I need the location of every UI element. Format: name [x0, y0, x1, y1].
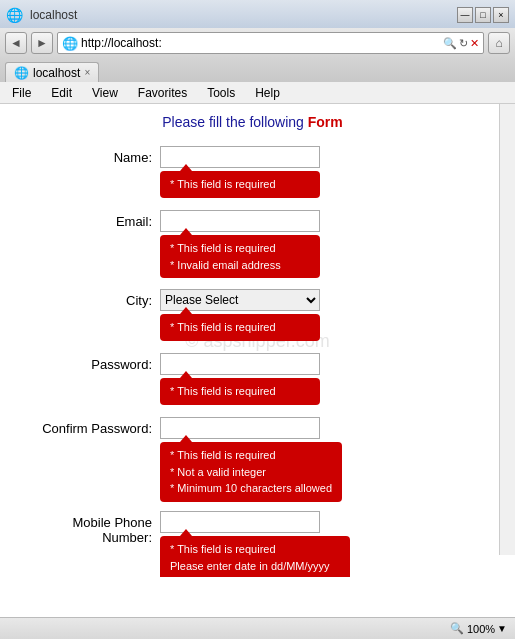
password-error: * This field is required [160, 378, 320, 405]
close-window-button[interactable]: × [493, 7, 509, 23]
form-table: Name: * This field is required Email: [20, 144, 485, 577]
table-row: Email: * This field is required * Invali… [20, 210, 485, 287]
table-row: City: Please Select * This field is requ… [20, 289, 485, 351]
table-row: Name: * This field is required [20, 146, 485, 208]
mobile-error: * This field is required Please enter da… [160, 536, 350, 577]
menu-edit[interactable]: Edit [47, 85, 76, 101]
address-text: http://localhost: [81, 36, 440, 50]
browser-icon: 🌐 [6, 7, 23, 23]
mobile-label: Mobile Phone Number: [73, 515, 153, 545]
city-error: * This field is required [160, 314, 320, 341]
back-button[interactable]: ◄ [5, 32, 27, 54]
table-row: Password: * This field is required [20, 353, 485, 415]
menu-bar: File Edit View Favorites Tools Help [0, 82, 515, 104]
menu-tools[interactable]: Tools [203, 85, 239, 101]
title-bar: 🌐 localhost — □ × [0, 0, 515, 28]
status-bar: 🔍 100% ▼ [0, 617, 515, 639]
confirm-password-error: * This field is required * Not a valid i… [160, 442, 342, 502]
tab-icon: 🌐 [14, 66, 29, 80]
menu-favorites[interactable]: Favorites [134, 85, 191, 101]
tab-bar: 🌐 localhost × [0, 58, 515, 82]
address-bar[interactable]: 🌐 http://localhost: 🔍 ↻ ✕ [57, 32, 484, 54]
zoom-dropdown-icon[interactable]: ▼ [497, 623, 507, 634]
city-label: City: [126, 293, 152, 308]
nav-bar: ◄ ► 🌐 http://localhost: 🔍 ↻ ✕ ⌂ [0, 28, 515, 58]
search-icon[interactable]: 🔍 [443, 37, 457, 50]
email-error: * This field is required * Invalid email… [160, 235, 320, 278]
zoom-icon: 🔍 [450, 622, 464, 635]
scrollbar[interactable] [499, 104, 515, 555]
tab-close-button[interactable]: × [84, 67, 90, 78]
browser-title: localhost [30, 8, 77, 22]
table-row: Confirm Password: * This field is requir… [20, 417, 485, 509]
table-row: Mobile Phone Number: * This field is req… [20, 511, 485, 577]
maximize-button[interactable]: □ [475, 7, 491, 23]
form-title: Please fill the following Form [20, 114, 485, 130]
name-error: * This field is required [160, 171, 320, 198]
forward-button[interactable]: ► [31, 32, 53, 54]
menu-help[interactable]: Help [251, 85, 284, 101]
minimize-button[interactable]: — [457, 7, 473, 23]
email-label: Email: [116, 214, 152, 229]
name-label: Name: [114, 150, 152, 165]
form-title-start: Please fill the following [162, 114, 304, 130]
browser-tab[interactable]: 🌐 localhost × [5, 62, 99, 82]
menu-view[interactable]: View [88, 85, 122, 101]
form-title-highlight: Form [308, 114, 343, 130]
menu-file[interactable]: File [8, 85, 35, 101]
tab-label: localhost [33, 66, 80, 80]
stop-icon[interactable]: ✕ [470, 37, 479, 50]
confirm-password-label: Confirm Password: [42, 421, 152, 436]
password-label: Password: [91, 357, 152, 372]
home-button[interactable]: ⌂ [488, 32, 510, 54]
refresh-icon[interactable]: ↻ [459, 37, 468, 50]
page-content: © aspsnipper.com Please fill the followi… [0, 104, 515, 577]
address-bar-icon: 🌐 [62, 36, 78, 51]
zoom-level: 100% [467, 623, 495, 635]
